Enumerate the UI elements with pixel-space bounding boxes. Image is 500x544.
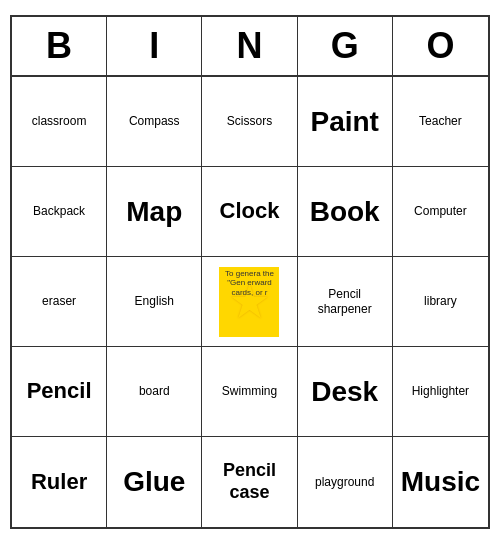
header-letter: N <box>202 17 297 75</box>
header-letter: B <box>12 17 107 75</box>
bingo-cell: Compass <box>107 77 202 167</box>
bingo-grid: classroomCompassScissorsPaintTeacherBack… <box>12 77 488 527</box>
cell-label: eraser <box>42 294 76 308</box>
bingo-header: BINGO <box>12 17 488 77</box>
cell-label: Pencil case <box>206 460 292 503</box>
cell-label: Map <box>126 195 182 229</box>
bingo-cell: Pencil <box>12 347 107 437</box>
cell-label: Scissors <box>227 114 272 128</box>
bingo-cell: Music <box>393 437 488 527</box>
cell-label: Clock <box>220 198 280 224</box>
bingo-cell: library <box>393 257 488 347</box>
header-letter: O <box>393 17 488 75</box>
cell-label: playground <box>315 475 374 489</box>
bingo-cell: board <box>107 347 202 437</box>
cell-label: Pencil <box>27 378 92 404</box>
bingo-cell: Highlighter <box>393 347 488 437</box>
header-letter: G <box>298 17 393 75</box>
bingo-cell: Paint <box>298 77 393 167</box>
bingo-card: BINGO classroomCompassScissorsPaintTeach… <box>10 15 490 529</box>
cell-label: Ruler <box>31 469 87 495</box>
cell-label: library <box>424 294 457 308</box>
cell-label: Compass <box>129 114 180 128</box>
cell-label: Book <box>310 195 380 229</box>
bingo-cell: Desk <box>298 347 393 437</box>
cell-label: Paint <box>310 105 378 139</box>
bingo-cell: Computer <box>393 167 488 257</box>
bingo-cell: Teacher <box>393 77 488 167</box>
bingo-cell: Clock <box>202 167 297 257</box>
cell-label: Pencil sharpener <box>302 287 388 316</box>
cell-label: Desk <box>311 375 378 409</box>
cell-label: Highlighter <box>412 384 469 398</box>
cell-label: board <box>139 384 170 398</box>
bingo-cell: playground <box>298 437 393 527</box>
bingo-cell: Ruler <box>12 437 107 527</box>
cell-label: classroom <box>32 114 87 128</box>
bingo-cell: Swimming <box>202 347 297 437</box>
bingo-cell: Book <box>298 167 393 257</box>
free-space-star: To genera the "Gen erward cards, or r★ <box>219 267 279 337</box>
bingo-cell: Pencil sharpener <box>298 257 393 347</box>
bingo-cell: eraser <box>12 257 107 347</box>
cell-label: Swimming <box>222 384 277 398</box>
cell-label: English <box>135 294 174 308</box>
bingo-cell: Pencil case <box>202 437 297 527</box>
cell-label: Glue <box>123 465 185 499</box>
cell-label: Music <box>401 465 480 499</box>
bingo-cell: English <box>107 257 202 347</box>
bingo-cell: Backpack <box>12 167 107 257</box>
bingo-cell: Glue <box>107 437 202 527</box>
bingo-cell: Map <box>107 167 202 257</box>
free-space-tooltip: To genera the "Gen erward cards, or r <box>221 269 277 298</box>
cell-label: Backpack <box>33 204 85 218</box>
bingo-cell: classroom <box>12 77 107 167</box>
bingo-cell: To genera the "Gen erward cards, or r★ <box>202 257 297 347</box>
cell-label: Computer <box>414 204 467 218</box>
cell-label: Teacher <box>419 114 462 128</box>
bingo-cell: Scissors <box>202 77 297 167</box>
header-letter: I <box>107 17 202 75</box>
